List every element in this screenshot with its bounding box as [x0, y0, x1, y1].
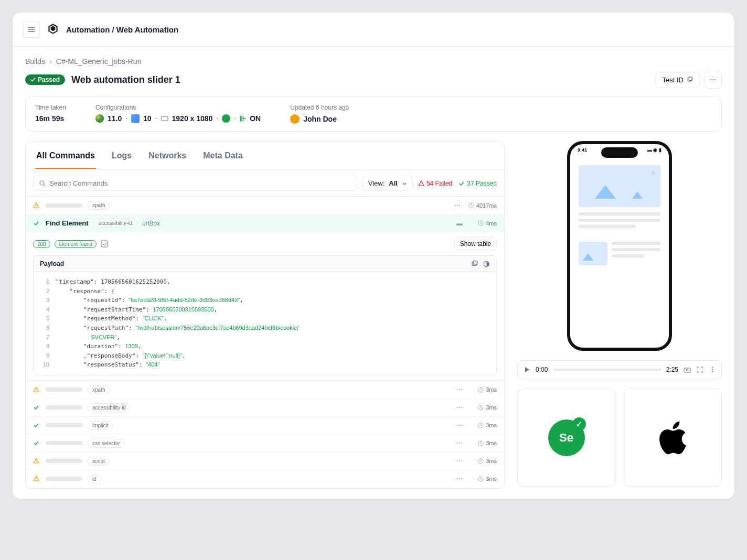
command-time: 3ms — [471, 440, 497, 446]
time-taken-label: Time taken — [35, 104, 66, 111]
command-row[interactable]: id ··· 3ms — [26, 470, 504, 488]
command-time: 4ms — [471, 220, 497, 227]
svg-point-7 — [36, 207, 37, 207]
command-skeleton — [46, 423, 82, 427]
tab-logs[interactable]: Logs — [111, 142, 133, 169]
command-skeleton — [46, 387, 82, 392]
more-menu-button[interactable] — [704, 71, 722, 89]
apple-card[interactable] — [624, 389, 722, 487]
command-skeleton — [46, 477, 82, 481]
menu-toggle-button[interactable] — [23, 21, 40, 38]
crumb-builds[interactable]: Builds — [25, 57, 45, 66]
selector-tag: accessibility-id — [94, 219, 137, 228]
row-more-button[interactable]: ··· — [454, 386, 465, 393]
os-icon — [131, 114, 140, 123]
command-row[interactable]: script ··· 3ms — [26, 453, 504, 470]
payload-label: Payload — [40, 260, 64, 267]
selenium-card[interactable]: Se✓ — [517, 389, 615, 487]
chevron-down-icon — [402, 181, 407, 186]
view-filter-dropdown[interactable]: View: All — [362, 176, 413, 191]
camera-icon[interactable] — [684, 366, 691, 373]
failed-count: 54 Failed — [418, 180, 452, 187]
svg-point-18 — [36, 462, 37, 463]
svg-point-13 — [36, 391, 37, 392]
selenium-icon: Se✓ — [548, 419, 585, 456]
tab-all-commands[interactable]: All Commands — [35, 142, 96, 169]
row-more-button[interactable]: ··· — [454, 439, 465, 447]
user-value: John Doe — [290, 114, 349, 124]
row-more-button[interactable]: ··· — [454, 475, 465, 482]
command-skeleton — [46, 441, 82, 445]
check-icon — [33, 404, 40, 411]
check-icon — [33, 220, 40, 227]
command-time: 4017ms — [468, 202, 497, 209]
search-input-wrap[interactable] — [33, 176, 357, 191]
more-icon[interactable] — [709, 366, 716, 373]
breadcrumb-top: Automation / Web Automation — [66, 25, 178, 34]
page-title: Web automation slider 1 — [71, 74, 180, 85]
video-progress[interactable] — [553, 369, 660, 371]
selector-tag: xpath — [88, 201, 110, 210]
svg-point-6 — [40, 181, 44, 185]
command-skeleton — [46, 405, 82, 410]
svg-point-26 — [712, 371, 713, 372]
selector-tag: id — [88, 475, 101, 483]
command-time: 3ms — [471, 458, 497, 464]
theme-icon[interactable] — [483, 261, 490, 267]
status-text-badge: Element found — [55, 240, 97, 248]
command-detail: 200 Element found Show table Payload 1"t… — [26, 232, 504, 381]
tab-meta-data[interactable]: Meta Data — [202, 142, 244, 169]
warning-icon — [418, 180, 424, 187]
check-icon — [33, 422, 40, 428]
resolution-icon — [161, 115, 168, 122]
command-row[interactable]: css selector ··· 3ms — [26, 435, 504, 453]
row-more-button[interactable]: ··· — [452, 202, 463, 209]
configurations-label: Configurations — [95, 104, 261, 111]
play-icon[interactable] — [523, 366, 530, 373]
warning-icon — [33, 202, 40, 209]
search-icon — [39, 180, 46, 187]
svg-rect-10 — [101, 241, 108, 247]
video-duration: 2:25 — [666, 366, 678, 373]
command-row[interactable]: xpath ··· 3ms — [26, 381, 504, 399]
chevron-right-icon: › — [49, 57, 52, 66]
video-current-time: 0:00 — [536, 366, 548, 373]
fullscreen-icon[interactable] — [696, 366, 703, 373]
updated-label: Updated 6 hours ago — [290, 104, 349, 111]
command-row[interactable]: Find Element accessibility-id urlBox ▬ 4… — [26, 214, 504, 232]
command-row[interactable]: xpath ··· 4017ms — [26, 197, 504, 214]
check-icon — [33, 440, 40, 446]
breadcrumb: Builds › C#-ML_Generic_jobs-Run — [25, 57, 722, 66]
command-label: Find Element — [46, 219, 89, 227]
command-row[interactable]: implicit ··· 3ms — [26, 417, 504, 435]
copy-icon[interactable] — [471, 261, 478, 267]
command-time: 3ms — [471, 422, 497, 428]
svg-point-4 — [714, 79, 716, 80]
payload-code: 1"timestamp": 1705665601625252000, 2 "re… — [34, 272, 496, 375]
warning-icon — [33, 458, 40, 464]
video-player[interactable]: 0:00 2:25 — [517, 360, 722, 379]
command-row[interactable]: accessibility id ··· 3ms — [26, 399, 504, 417]
row-more-button[interactable]: ▬ — [454, 220, 465, 227]
command-extra: urlBox — [142, 220, 160, 227]
crumb-run[interactable]: C#-ML_Generic_jobs-Run — [56, 57, 142, 66]
tab-networks[interactable]: Networks — [147, 142, 187, 169]
search-input[interactable] — [49, 179, 351, 187]
status-badge: Passed — [25, 74, 65, 85]
image-icon[interactable] — [101, 240, 108, 247]
check-icon — [458, 180, 465, 187]
row-more-button[interactable]: ··· — [454, 422, 465, 429]
configurations-value: 11.0· 10· 1920 x 1080· · ⊪ ON — [95, 114, 261, 123]
apple-icon — [657, 419, 689, 456]
command-time: 3ms — [471, 476, 497, 482]
svg-point-20 — [36, 480, 37, 481]
selector-tag: css selector — [88, 439, 125, 448]
command-time: 3ms — [471, 404, 497, 411]
test-id-button[interactable]: Test ID — [656, 72, 700, 88]
row-more-button[interactable]: ··· — [454, 457, 465, 465]
svg-rect-5 — [162, 116, 168, 121]
logo-icon — [46, 23, 60, 36]
svg-rect-22 — [684, 368, 690, 372]
row-more-button[interactable]: ··· — [454, 404, 465, 411]
show-table-button[interactable]: Show table — [454, 238, 497, 250]
